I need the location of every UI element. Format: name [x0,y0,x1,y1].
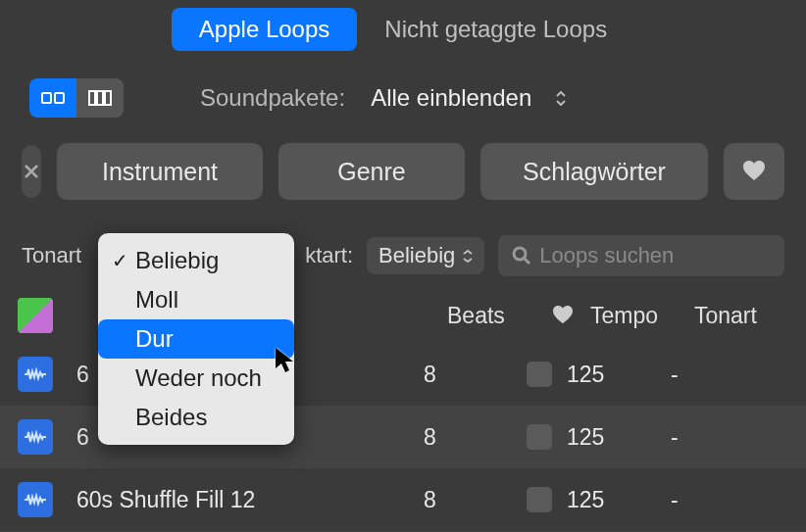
column-header-tonart[interactable]: Tonart [694,303,782,329]
table-row[interactable]: 60s Shuffle Fill 128125- [0,468,806,531]
column-header-beats[interactable]: Beats [447,303,535,329]
menu-item[interactable]: Weder noch [98,359,294,398]
waveform-icon [18,482,53,517]
loop-key: - [671,424,730,451]
tonart-dropdown-menu: ✓BeliebigMollDurWeder nochBeides [98,233,294,445]
loop-key: - [671,487,730,513]
favorite-checkbox[interactable] [512,487,567,512]
favorite-checkbox[interactable] [512,424,567,450]
loop-tempo: 125 [567,362,671,388]
loop-key: - [671,362,730,388]
loop-type-header-icon[interactable] [18,298,53,333]
waveform-icon [18,357,53,392]
instrument-filter-button[interactable]: Instrument [57,143,263,200]
view-buttons-icon[interactable] [29,78,76,118]
loop-beats: 8 [424,362,512,388]
svg-point-5 [514,248,526,260]
favorites-filter-button[interactable] [724,143,784,200]
menu-item[interactable]: Dur [98,319,294,359]
search-input[interactable]: Loops suchen [498,235,784,276]
loop-beats: 8 [424,487,512,513]
svg-rect-3 [97,91,103,105]
loop-beats: 8 [424,424,512,451]
favorite-checkbox[interactable] [512,362,567,387]
descriptors-filter-button[interactable]: Schlagwörter [480,143,708,200]
waveform-icon [18,419,53,455]
menu-item[interactable]: Moll [98,280,294,319]
menu-item[interactable]: Beides [98,398,294,437]
column-header-favorite[interactable] [535,306,590,325]
soundpacks-dropdown[interactable]: Alle einblenden [371,84,531,112]
view-columns-icon[interactable] [76,78,124,118]
view-mode-segmented[interactable] [29,78,124,118]
tab-apple-loops[interactable]: Apple Loops [172,8,357,51]
loop-name: 60s Shuffle Fill 12 [76,487,424,513]
soundpacks-label: Soundpakete: [200,84,345,112]
svg-rect-1 [55,93,64,103]
taktart-value: Beliebig [378,243,455,268]
tonart-label: Tonart [22,243,81,268]
taktart-label: ktart: [305,243,353,268]
column-header-tempo[interactable]: Tempo [590,303,694,329]
svg-rect-2 [89,91,95,105]
loop-tempo: 125 [567,424,671,451]
loop-tempo: 125 [567,487,671,513]
clear-filters-button[interactable] [22,145,41,198]
chevron-updown-icon [463,250,473,263]
genre-filter-button[interactable]: Genre [278,143,465,200]
svg-rect-0 [42,93,51,103]
taktart-dropdown[interactable]: Beliebig [367,237,484,274]
chevron-updown-icon [555,91,567,106]
search-placeholder: Loops suchen [539,243,674,268]
menu-item[interactable]: ✓Beliebig [98,241,294,280]
tab-untagged-loops[interactable]: Nicht getaggte Loops [357,8,634,51]
svg-rect-4 [105,91,111,105]
